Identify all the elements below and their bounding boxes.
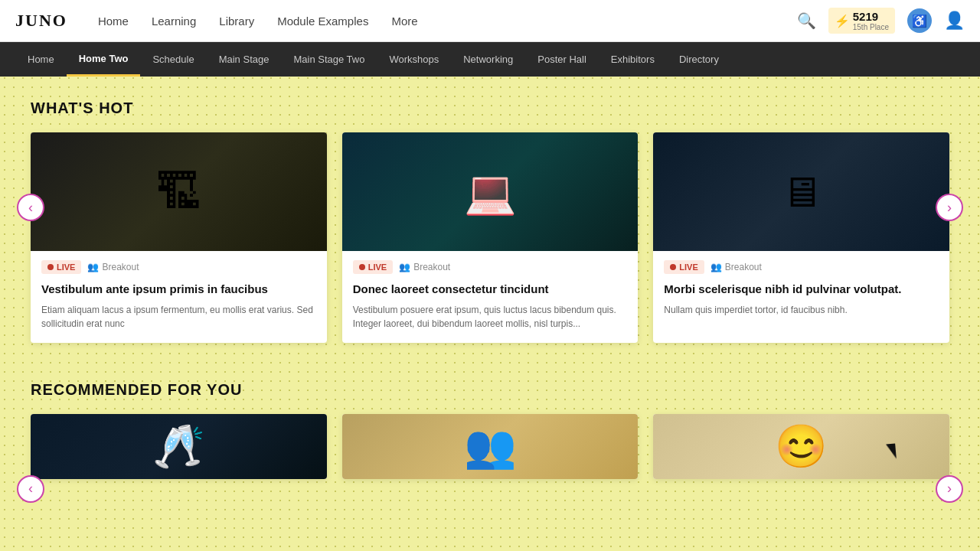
points-number: 5219: [853, 10, 878, 23]
subnav-home[interactable]: Home: [15, 42, 67, 77]
card-1-title: Vestibulum ante ipsum primis in faucibus: [41, 282, 316, 297]
recommended-carousel: ‹ ›: [31, 414, 949, 479]
card-1-breakout-tag: 👥 Breakout: [87, 262, 139, 272]
card-2-tags: LIVE 👥 Breakout: [353, 260, 628, 274]
card-3-image: [653, 132, 949, 251]
subnav-directory[interactable]: Directory: [667, 42, 731, 77]
card-2-image: [342, 132, 639, 251]
subnav-schedule[interactable]: Schedule: [140, 42, 206, 77]
card-3-body: LIVE 👥 Breakout Morbi scelerisque nibh i…: [653, 251, 949, 329]
subnav-main-stage-two[interactable]: Main Stage Two: [281, 42, 377, 77]
search-button[interactable]: 🔍: [797, 11, 816, 30]
live-dot-icon-3: [670, 264, 676, 270]
card-1-body: LIVE 👥 Breakout Vestibulum ante ipsum pr…: [31, 251, 327, 343]
top-nav-links: Home Learning Library Module Examples Mo…: [98, 15, 797, 28]
card-2-body: LIVE 👥 Breakout Donec laoreet consectetu…: [342, 251, 639, 343]
top-nav-right: 🔍 ⚡ 5219 15th Place ♿ 👤: [797, 8, 965, 34]
recommended-section: RECOMMENDED FOR YOU ‹ ›: [31, 381, 949, 479]
top-nav: JUNO Home Learning Library Module Exampl…: [0, 0, 980, 42]
whats-hot-carousel: ‹ LIVE 👥 Breakout V: [31, 132, 949, 343]
subnav-poster-hall[interactable]: Poster Hall: [525, 42, 599, 77]
card-3-title: Morbi scelerisque nibh id pulvinar volut…: [664, 282, 939, 297]
nav-module-examples[interactable]: Module Examples: [277, 15, 368, 28]
whats-hot-next-button[interactable]: ›: [936, 194, 963, 221]
people-icon-3: 👥: [710, 262, 722, 272]
sub-nav: Home Home Two Schedule Main Stage Main S…: [0, 42, 980, 77]
card-1: LIVE 👥 Breakout Vestibulum ante ipsum pr…: [31, 132, 327, 343]
accessibility-button[interactable]: ♿: [907, 8, 932, 33]
card-2-breakout-tag: 👥 Breakout: [399, 262, 450, 272]
whats-hot-title: WHAT'S HOT: [31, 99, 949, 117]
card-3: LIVE 👥 Breakout Morbi scelerisque nibh i…: [653, 132, 949, 343]
nav-learning[interactable]: Learning: [152, 15, 196, 28]
card-2-live-tag: LIVE: [353, 260, 393, 274]
rec-card-2: [342, 414, 639, 479]
recommended-prev-button[interactable]: ‹: [17, 475, 44, 503]
card-1-image: [31, 132, 327, 251]
points-rank: 15th Place: [853, 24, 889, 31]
recommended-title: RECOMMENDED FOR YOU: [31, 381, 949, 399]
subnav-exhibitors[interactable]: Exhibitors: [599, 42, 667, 77]
rec-card-1: [31, 414, 327, 479]
nav-home[interactable]: Home: [98, 15, 129, 28]
subnav-workshops[interactable]: Workshops: [377, 42, 451, 77]
recommended-next-button[interactable]: ›: [936, 475, 963, 503]
card-1-live-tag: LIVE: [41, 260, 81, 274]
lightning-icon: ⚡: [835, 14, 850, 28]
card-2-title: Donec laoreet consectetur tincidunt: [353, 282, 628, 297]
rec-card-3-image: [653, 414, 949, 479]
people-icon-2: 👥: [399, 262, 410, 272]
card-3-live-tag: LIVE: [664, 260, 704, 274]
subnav-networking[interactable]: Networking: [451, 42, 525, 77]
main-content: WHAT'S HOT ‹ LIVE 👥 Breakout: [0, 77, 980, 502]
live-dot-icon: [47, 264, 54, 270]
rec-card-3: [653, 414, 949, 479]
subnav-main-stage[interactable]: Main Stage: [207, 42, 282, 77]
user-profile-button[interactable]: 👤: [944, 11, 965, 31]
card-3-tags: LIVE 👥 Breakout: [664, 260, 939, 274]
points-badge: ⚡ 5219 15th Place: [828, 8, 895, 34]
rec-card-2-image: [342, 414, 639, 479]
whats-hot-prev-button[interactable]: ‹: [17, 194, 44, 221]
card-1-tags: LIVE 👥 Breakout: [41, 260, 316, 274]
nav-library[interactable]: Library: [219, 15, 254, 28]
rec-card-1-image: [31, 414, 327, 479]
recommended-track: [31, 414, 949, 479]
logo: JUNO: [15, 11, 67, 31]
live-dot-icon-2: [359, 264, 365, 270]
card-2: LIVE 👥 Breakout Donec laoreet consectetu…: [342, 132, 639, 343]
card-3-desc: Nullam quis imperdiet tortor, id faucibu…: [664, 303, 939, 317]
card-1-desc: Etiam aliquam lacus a ipsum fermentum, e…: [41, 303, 316, 331]
card-2-desc: Vestibulum posuere erat ipsum, quis luct…: [353, 303, 628, 331]
people-icon: 👥: [87, 262, 99, 272]
card-3-breakout-tag: 👥 Breakout: [710, 262, 762, 272]
nav-more[interactable]: More: [391, 15, 417, 28]
whats-hot-track: LIVE 👥 Breakout Vestibulum ante ipsum pr…: [31, 132, 949, 343]
subnav-home-two[interactable]: Home Two: [67, 42, 141, 77]
